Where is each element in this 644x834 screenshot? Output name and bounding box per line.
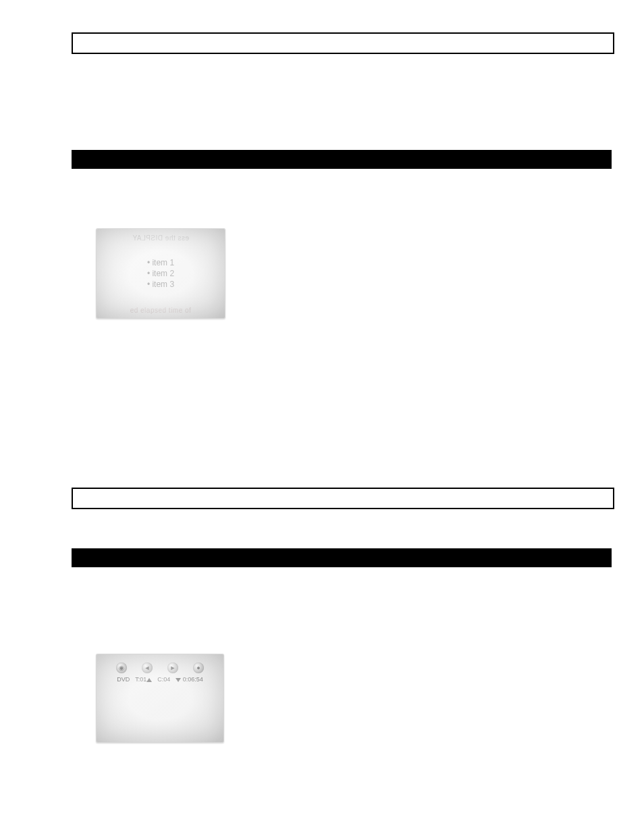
empty-outline-box-2 xyxy=(72,488,614,509)
stop-icon: ● xyxy=(193,662,204,673)
spacer xyxy=(22,567,622,642)
black-bar-2 xyxy=(72,548,612,567)
disc-icon: ◉ xyxy=(116,662,127,673)
status-icon-row: ◉ ◄ ► ● xyxy=(97,662,223,673)
document-page: ess the DISPLAY item 1 item 2 item 3 ed … xyxy=(0,0,644,834)
menu-list: item 1 item 2 item 3 xyxy=(147,257,174,290)
time-value: 0:06:54 xyxy=(183,676,203,683)
spacer xyxy=(22,509,622,548)
menu-item: item 1 xyxy=(147,257,174,268)
up-arrow-icon xyxy=(146,678,152,682)
spacer xyxy=(22,54,622,150)
media-label: DVD xyxy=(117,676,130,683)
ffwd-icon: ► xyxy=(167,662,178,673)
menu-item: item 2 xyxy=(147,268,174,279)
chapter-label: C:04 xyxy=(157,676,170,683)
spacer xyxy=(22,319,622,488)
tv-screen-menu-figure: ess the DISPLAY item 1 item 2 item 3 ed … xyxy=(96,228,225,319)
status-label-row: DVD T:01 C:04 0:06:54 xyxy=(97,676,223,683)
spacer xyxy=(22,169,622,216)
tv-screen-status-figure: ◉ ◄ ► ● DVD T:01 C:04 0:06:54 xyxy=(96,654,224,743)
black-bar-1 xyxy=(72,150,612,169)
ghost-text-top: ess the DISPLAY xyxy=(132,234,189,242)
rewind-icon: ◄ xyxy=(142,662,153,673)
empty-outline-box-1 xyxy=(72,32,614,54)
ghost-text-bottom: ed elapsed time of xyxy=(130,307,192,314)
time-label: 0:06:54 xyxy=(176,676,203,683)
title-value: T:01 xyxy=(135,676,146,683)
down-arrow-icon xyxy=(176,678,181,682)
menu-item: item 3 xyxy=(147,279,174,290)
title-label: T:01 xyxy=(135,676,152,683)
